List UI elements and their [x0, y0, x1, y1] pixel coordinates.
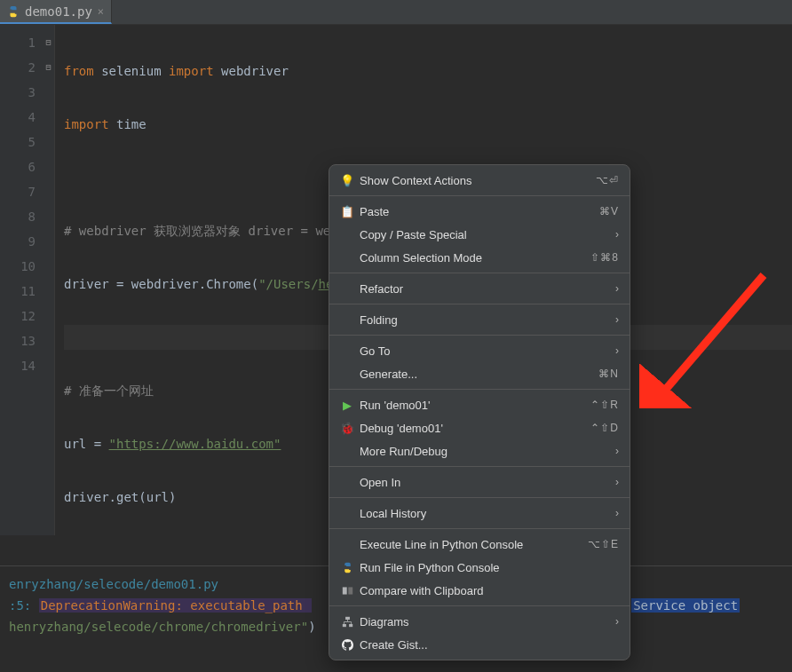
compare-icon: [338, 585, 356, 597]
menu-compare-clipboard[interactable]: Compare with Clipboard: [329, 579, 630, 602]
line-number: 8: [0, 204, 36, 229]
line-number: 1: [0, 30, 36, 55]
github-icon: [338, 639, 356, 651]
menu-separator: [329, 528, 630, 529]
svg-rect-0: [342, 587, 346, 594]
line-number-gutter: 1 2 3 4 5 6 7 8 9 10 11 12 13 14: [0, 25, 43, 535]
chevron-right-icon: ›: [615, 228, 619, 241]
line-number: 12: [0, 304, 36, 328]
chevron-right-icon: ›: [615, 476, 619, 488]
fold-marker[interactable]: ⊟: [43, 55, 54, 80]
chevron-right-icon: ›: [615, 445, 619, 457]
menu-debug[interactable]: 🐞 Debug 'demo01' ⌃⇧D: [329, 416, 630, 439]
editor-tab[interactable]: demo01.py ×: [0, 0, 112, 24]
clipboard-icon: 📋: [338, 205, 356, 218]
line-number: 4: [0, 105, 36, 130]
menu-more-run-debug[interactable]: More Run/Debug ›: [329, 439, 630, 462]
console-highlight: Service object: [631, 598, 740, 613]
menu-copy-paste-special[interactable]: Copy / Paste Special ›: [329, 223, 630, 246]
chevron-right-icon: ›: [615, 507, 619, 519]
menu-separator: [329, 466, 630, 467]
menu-folding[interactable]: Folding ›: [329, 308, 630, 331]
menu-goto[interactable]: Go To ›: [329, 339, 630, 362]
chevron-right-icon: ›: [615, 615, 619, 628]
fold-column: ⊟ ⊟: [43, 25, 55, 535]
menu-run-file[interactable]: Run File in Python Console: [329, 556, 630, 579]
menu-create-gist[interactable]: Create Gist...: [329, 633, 630, 656]
line-number: 6: [0, 154, 36, 179]
menu-run[interactable]: ▶ Run 'demo01' ⌃⇧R: [329, 393, 630, 416]
menu-column-selection[interactable]: Column Selection Mode ⇧⌘8: [329, 246, 630, 269]
line-number: 9: [0, 229, 36, 254]
svg-rect-4: [349, 623, 352, 626]
fold-marker[interactable]: ⊟: [43, 30, 54, 55]
console-warning: DeprecationWarning: executable_path: [39, 598, 312, 613]
chevron-right-icon: ›: [615, 282, 619, 295]
python-icon: [338, 562, 356, 573]
bug-icon: 🐞: [338, 422, 356, 435]
menu-separator: [329, 304, 630, 304]
line-number: 11: [0, 279, 36, 304]
menu-separator: [329, 273, 630, 273]
line-number: 2: [0, 55, 36, 80]
run-icon: ▶: [338, 399, 356, 412]
close-icon[interactable]: ×: [98, 5, 104, 18]
diagram-icon: [338, 616, 356, 628]
line-number: 3: [0, 80, 36, 105]
menu-local-history[interactable]: Local History ›: [329, 502, 630, 525]
menu-show-context-actions[interactable]: 💡 Show Context Actions ⌥⏎: [329, 169, 630, 192]
chevron-right-icon: ›: [615, 313, 619, 326]
menu-separator: [329, 497, 630, 498]
menu-separator: [329, 195, 630, 196]
console-path: enryzhang/selecode/demo01.py: [9, 577, 218, 591]
menu-generate[interactable]: Generate... ⌘N: [329, 362, 630, 385]
line-number: 7: [0, 179, 36, 204]
context-menu: 💡 Show Context Actions ⌥⏎ 📋 Paste ⌘V Cop…: [329, 164, 630, 660]
menu-paste[interactable]: 📋 Paste ⌘V: [329, 200, 630, 223]
menu-separator: [329, 605, 630, 606]
line-number: 14: [0, 353, 36, 378]
menu-refactor[interactable]: Refactor ›: [329, 277, 630, 300]
line-number: 5: [0, 130, 36, 154]
menu-diagrams[interactable]: Diagrams ›: [329, 610, 630, 633]
menu-separator: [329, 335, 630, 336]
menu-execute-line[interactable]: Execute Line in Python Console ⌥⇧E: [329, 533, 630, 556]
lightbulb-icon: 💡: [338, 174, 356, 187]
python-file-icon: [7, 5, 20, 18]
svg-rect-2: [345, 616, 350, 619]
menu-open-in[interactable]: Open In ›: [329, 470, 630, 494]
menu-separator: [329, 389, 630, 390]
svg-rect-3: [342, 623, 345, 626]
chevron-right-icon: ›: [615, 344, 619, 357]
tab-filename: demo01.py: [25, 4, 92, 19]
line-number: 13: [0, 328, 36, 353]
line-number: 10: [0, 254, 36, 279]
svg-rect-1: [348, 587, 352, 594]
tab-bar: demo01.py ×: [0, 0, 792, 25]
